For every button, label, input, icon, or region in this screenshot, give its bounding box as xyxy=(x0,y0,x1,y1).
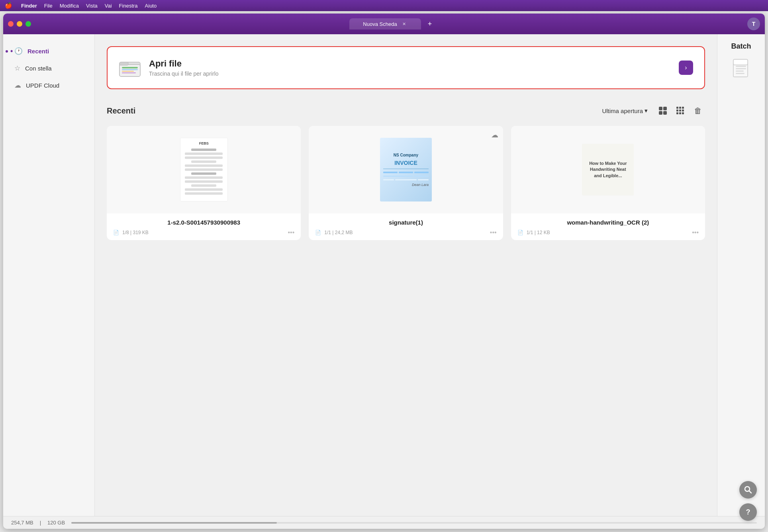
svg-rect-22 xyxy=(733,59,748,65)
svg-rect-14 xyxy=(676,110,678,111)
tab-label: Nuova Scheda xyxy=(363,21,397,27)
svg-rect-9 xyxy=(659,111,662,115)
user-avatar[interactable]: T xyxy=(747,18,760,30)
svg-line-28 xyxy=(749,491,752,493)
app-name: Finder xyxy=(21,3,37,9)
file-name-3: woman-handwriting_OCR (2) xyxy=(517,219,699,226)
delete-button[interactable]: 🗑 xyxy=(691,104,705,118)
file-thumbnail-2: ☁ NS Company INVOICE xyxy=(309,126,503,213)
menu-file[interactable]: File xyxy=(44,3,53,9)
batch-title: Batch xyxy=(731,42,751,51)
sort-button[interactable]: Ultima apertura ▾ xyxy=(602,107,648,114)
sidebar-item-updf-cloud[interactable]: ☁ UPDF Cloud xyxy=(6,77,91,94)
file-page-icon-2: 📄 xyxy=(315,230,321,235)
file-thumbnail-3: How to Make Your Handwriting Neat and Le… xyxy=(511,126,705,213)
menu-vista[interactable]: Vista xyxy=(86,3,98,9)
file-page-icon-1: 📄 xyxy=(113,230,119,235)
bottom-bar: 254,7 MB | 120 GB ? xyxy=(3,516,765,529)
tab-add-button[interactable]: + xyxy=(424,18,435,29)
svg-rect-11 xyxy=(676,107,678,109)
sidebar-item-recenti[interactable]: 🕐 Recenti xyxy=(6,43,91,59)
grid-large-view-button[interactable] xyxy=(656,104,670,118)
sidebar: 🕐 Recenti ☆ Con stella ☁ UPDF Cloud xyxy=(3,34,95,516)
file-meta-text-1: 1/8 | 319 KB xyxy=(122,230,149,235)
storage-total: 120 GB xyxy=(47,520,65,526)
svg-rect-6 xyxy=(122,72,136,73)
file-meta-text-2: 1/1 | 24,2 MB xyxy=(324,230,353,235)
bottom-separator: | xyxy=(40,520,41,526)
sidebar-label-recenti: Recenti xyxy=(27,48,49,55)
recents-title: Recenti xyxy=(107,106,135,115)
file-more-button-3[interactable]: ••• xyxy=(692,229,699,236)
title-bar: Nuova Scheda ✕ + T xyxy=(3,14,765,34)
svg-rect-8 xyxy=(663,107,667,110)
sidebar-item-con-stella[interactable]: ☆ Con stella xyxy=(6,60,91,76)
menu-vai[interactable]: Vai xyxy=(105,3,112,9)
view-controls: 🗑 xyxy=(656,104,705,118)
sidebar-label-updf-cloud: UPDF Cloud xyxy=(26,82,59,89)
svg-rect-2 xyxy=(120,62,128,65)
svg-rect-1 xyxy=(120,65,140,76)
main-window: Nuova Scheda ✕ + T 🕐 Recenti ☆ Con stell… xyxy=(3,14,765,529)
help-icon: ? xyxy=(746,508,750,516)
open-file-text: Apri file Trascina qui il file per aprir… xyxy=(149,59,219,77)
file-more-button-1[interactable]: ••• xyxy=(288,229,295,236)
svg-rect-18 xyxy=(679,112,681,114)
file-card-1[interactable]: FEBS xyxy=(107,126,301,240)
svg-rect-5 xyxy=(122,71,134,72)
menu-aiuto[interactable]: Aiuto xyxy=(145,3,157,9)
file-info-1: 1-s2.0-S001457930900983 📄 1/8 | 319 KB •… xyxy=(107,213,301,240)
maximize-button[interactable] xyxy=(25,21,31,27)
file-more-button-2[interactable]: ••• xyxy=(490,229,497,236)
sort-label: Ultima apertura xyxy=(602,108,643,114)
svg-rect-3 xyxy=(122,67,138,68)
file-thumbnail-1: FEBS xyxy=(107,126,301,213)
minimize-button[interactable] xyxy=(17,21,22,27)
menu-finestra[interactable]: Finestra xyxy=(119,3,138,9)
storage-used: 254,7 MB xyxy=(11,520,33,526)
file-meta-2: 📄 1/1 | 24,2 MB ••• xyxy=(315,229,496,236)
file-info-3: woman-handwriting_OCR (2) 📄 1/1 | 12 KB … xyxy=(511,213,705,240)
svg-rect-7 xyxy=(659,107,662,110)
traffic-lights xyxy=(8,21,31,27)
tab-close-button[interactable]: ✕ xyxy=(401,21,408,27)
file-meta-1: 📄 1/8 | 319 KB ••• xyxy=(113,229,294,236)
sort-arrow-icon: ▾ xyxy=(645,107,648,114)
file-grid: FEBS xyxy=(107,126,705,240)
svg-rect-24 xyxy=(736,68,746,69)
recents-header: Recenti Ultima apertura ▾ xyxy=(107,104,705,118)
open-file-arrow-button[interactable]: › xyxy=(679,61,693,75)
file-name-1: 1-s2.0-S001457930900983 xyxy=(113,219,294,226)
file-page-icon-3: 📄 xyxy=(517,230,523,235)
file-card-2[interactable]: ☁ NS Company INVOICE xyxy=(309,126,503,240)
folder-icon xyxy=(119,57,141,79)
search-float-button[interactable] xyxy=(739,481,757,499)
file-info-2: signature(1) 📄 1/1 | 24,2 MB ••• xyxy=(309,213,503,240)
svg-rect-26 xyxy=(736,73,744,74)
star-icon: ☆ xyxy=(14,64,20,72)
menu-bar: 🍎 Finder File Modifica Vista Vai Finestr… xyxy=(0,0,768,11)
close-button[interactable] xyxy=(8,21,14,27)
tab-nuova-scheda[interactable]: Nuova Scheda ✕ xyxy=(349,18,421,29)
main-content: 🕐 Recenti ☆ Con stella ☁ UPDF Cloud xyxy=(3,34,765,516)
menu-modifica[interactable]: Modifica xyxy=(60,3,79,9)
svg-rect-25 xyxy=(736,70,744,72)
svg-rect-10 xyxy=(663,111,667,115)
file-card-3[interactable]: How to Make Your Handwriting Neat and Le… xyxy=(511,126,705,240)
batch-panel: Batch xyxy=(717,34,765,516)
storage-bar xyxy=(71,522,757,524)
svg-rect-15 xyxy=(679,110,681,111)
batch-convert-icon[interactable] xyxy=(732,59,751,83)
active-indicator xyxy=(6,50,8,53)
grid-small-view-button[interactable] xyxy=(673,104,688,118)
storage-bar-fill xyxy=(71,522,277,524)
help-float-button[interactable]: ? xyxy=(739,503,757,521)
open-file-box[interactable]: Apri file Trascina qui il file per aprir… xyxy=(107,46,705,89)
open-file-subtitle: Trascina qui il file per aprirlo xyxy=(149,70,219,77)
svg-rect-23 xyxy=(736,66,746,67)
svg-rect-4 xyxy=(122,69,138,70)
content-area: Apri file Trascina qui il file per aprir… xyxy=(95,34,717,516)
file-meta-text-3: 1/1 | 12 KB xyxy=(527,230,550,235)
svg-rect-12 xyxy=(679,107,681,109)
file-name-2: signature(1) xyxy=(315,219,496,226)
